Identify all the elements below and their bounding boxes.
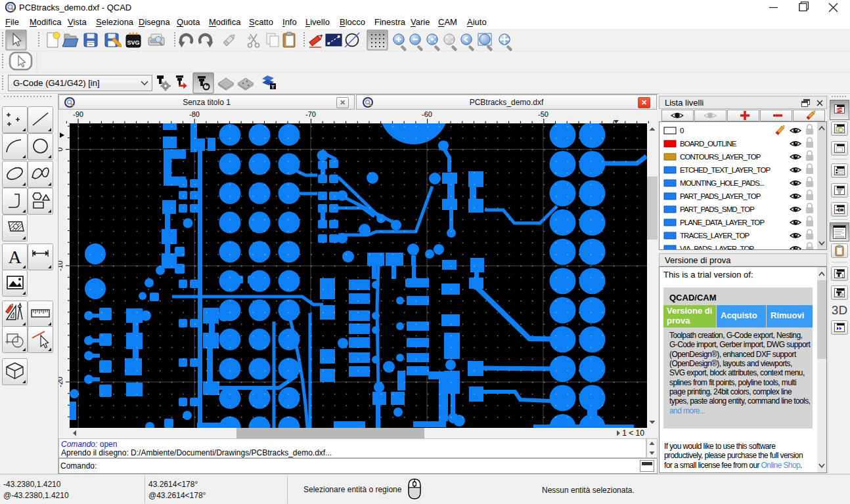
svg-text:PART_PADS_LAYER_TOP: PART_PADS_LAYER_TOP <box>680 192 761 200</box>
svg-text:CONTOURS_LAYER_TOP: CONTOURS_LAYER_TOP <box>680 153 761 161</box>
svg-text:1 < 10: 1 < 10 <box>622 429 644 438</box>
svg-text:1: 1 <box>841 274 844 278</box>
svg-text:VIA_PADS_LAYER_TOP: VIA_PADS_LAYER_TOP <box>680 245 755 249</box>
svg-text:PART_PADS_SMD_TOP: PART_PADS_SMD_TOP <box>680 205 755 213</box>
svg-text:MOUNTING_HOLE_PADS...: MOUNTING_HOLE_PADS... <box>680 179 765 187</box>
svg-text:-20: -20 <box>58 377 64 387</box>
svg-text:G-Code (G41/G42) [in]: G-Code (G41/G42) [in] <box>13 78 100 88</box>
svg-text:-70: -70 <box>305 110 316 118</box>
svg-text:T: T <box>271 84 275 90</box>
svg-text:PLANE_DATA_LAYER_TOP: PLANE_DATA_LAYER_TOP <box>680 219 765 226</box>
svg-text:0: 0 <box>680 127 684 135</box>
svg-text:-80: -80 <box>189 110 200 118</box>
svg-text:ETCHED_TEXT_LAYER_TOP: ETCHED_TEXT_LAYER_TOP <box>680 166 771 174</box>
svg-text:-50: -50 <box>538 110 548 118</box>
svg-text:SVG: SVG <box>127 39 139 46</box>
svg-text:-60: -60 <box>422 110 432 118</box>
svg-text:3D: 3D <box>832 303 847 317</box>
svg-text:-10: -10 <box>58 261 64 271</box>
svg-text:A: A <box>8 247 22 267</box>
svg-text:-90: -90 <box>73 110 83 118</box>
svg-text:0: 0 <box>58 148 64 152</box>
svg-text:BOARD_OUTLINE: BOARD_OUTLINE <box>680 140 737 148</box>
svg-text:TRACES_LAYER_TOP: TRACES_LAYER_TOP <box>680 232 750 240</box>
